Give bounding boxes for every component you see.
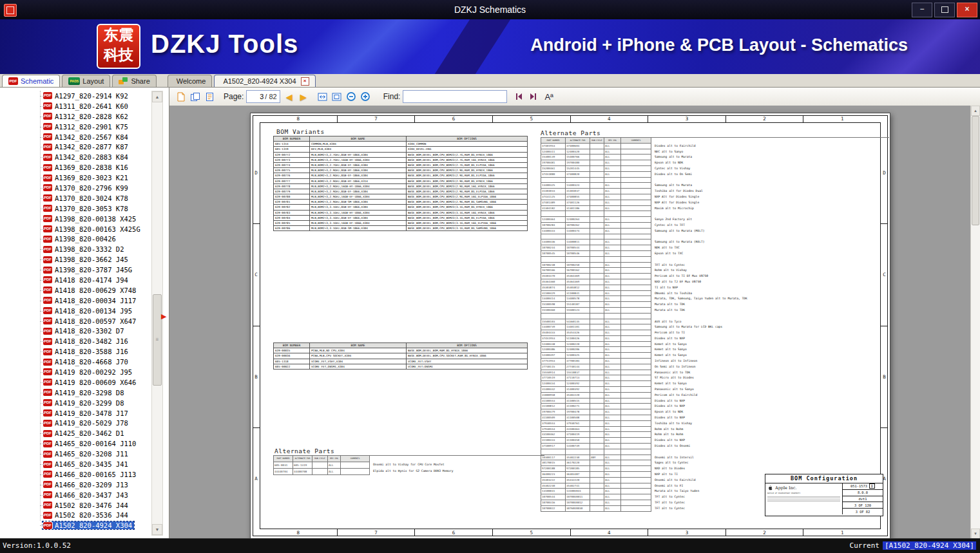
zone-label: 8 [260, 115, 337, 122]
minimize-button[interactable]: − [912, 3, 932, 17]
sidebar-item[interactable]: PDF A1398_820-3662 J45 [0, 254, 151, 265]
sidebar-item[interactable]: PDF A1312_820-2828 K62 [0, 111, 151, 122]
fit-width-button[interactable] [316, 89, 329, 104]
sidebar-item[interactable]: PDF A1418_820-4668 J70 [0, 357, 151, 367]
document-canvas[interactable]: 87654321 87654321 DCBA DCBA BOM Variants… [169, 106, 971, 539]
sidebar-item[interactable]: PDF A1418_820-00597 X647 [0, 316, 151, 326]
sidebar-item-label: A1418_820-3588 J16 [55, 348, 128, 355]
tab-layout[interactable]: PADS Layout [62, 75, 110, 87]
sidebar-item[interactable]: PDF A1398_820-3332 D2 [0, 244, 151, 254]
viewer-scrollbar[interactable]: ▲ ▼ [970, 106, 980, 539]
doc-tab-welcome[interactable]: Welcome [168, 75, 213, 87]
sidebar-item[interactable]: PDF A1425_820-3462 D1 [0, 428, 151, 438]
facing-pages-view-icon[interactable] [189, 89, 202, 104]
tab-close-icon[interactable]: × [301, 77, 309, 86]
sidebar-item[interactable]: PDF A1419_820-3298 D8 [0, 388, 151, 398]
column-header: BOM NUMBER [274, 343, 310, 348]
sidebar-item[interactable]: PDF A1342_820-2567 K84 [0, 132, 151, 142]
zoom-in-button[interactable] [359, 89, 372, 104]
sidebar-item[interactable]: PDF A1466_820-3437 J43 [0, 490, 151, 500]
find-previous-button[interactable] [512, 89, 525, 104]
sidebar-item[interactable]: PDF A1398_820-00426 [0, 234, 151, 244]
doc-tab-active[interactable]: A1502_820-4924 X304 × [214, 75, 315, 87]
sidebar-item[interactable]: PDF A1502_820-4924 X304 [0, 520, 151, 530]
zone-label: 7 [337, 115, 415, 122]
sidebar-item[interactable]: PDF A1465_820-3435 J41 [0, 459, 151, 469]
sidebar-item[interactable]: PDF A1419 820-00609 X646 [0, 377, 151, 388]
sidebar-item[interactable]: PDF A1370_820-2796 K99 [0, 183, 151, 193]
zoom-out-button[interactable] [345, 89, 358, 104]
next-page-button[interactable]: ▶ [297, 89, 310, 104]
find-next-button[interactable] [526, 89, 539, 104]
fit-page-button[interactable] [331, 89, 343, 104]
sidebar-item[interactable]: PDF A1418_820-00034 J117 [0, 295, 151, 306]
table-row: 15200461 15201445 ALL Cyntec alt to Vish… [541, 166, 889, 172]
sidebar-item[interactable]: PDF A1342_820-2883 K84 [0, 152, 151, 162]
page-input[interactable] [249, 93, 264, 100]
scroll-thumb[interactable] [972, 116, 979, 225]
sidebar-item[interactable]: PDF A1418 820-00629 X748 [0, 285, 151, 295]
find-input[interactable] [403, 93, 506, 100]
scroll-up-button[interactable]: ▲ [971, 106, 980, 116]
sidebar-item[interactable]: PDF A1311_820-2641 K60 [0, 101, 151, 111]
pdf-icon: PDF [43, 328, 52, 335]
table-row [541, 234, 889, 240]
pdf-icon: PDF [43, 164, 52, 171]
sidebar-item[interactable]: PDF A1419_820-5029 J78 [0, 418, 151, 429]
table-row: 16700166 16700162 ALL Rohm alt to Vishay [541, 268, 889, 274]
sidebar-item[interactable]: PDF A1398_820-00138 X425 [0, 214, 151, 224]
sidebar-item[interactable]: PDF A1502 820-3476 J44 [0, 500, 151, 511]
scroll-thumb[interactable]: ≡ [153, 294, 162, 386]
column-header: BOM NAME [310, 343, 407, 348]
sidebar-collapse-handle[interactable]: ▶ [161, 313, 166, 320]
pdf-icon: PDF [43, 123, 52, 130]
table-row: 13400739 13401101 ALL Samsung alt to Mur… [541, 324, 889, 330]
sidebar-item[interactable]: PDF A1419_820-3478 J17 [0, 408, 151, 418]
tab-label: A1502_820-4924 X304 [223, 77, 296, 85]
scroll-up-button[interactable]: ▲ [152, 91, 162, 102]
tab-schematic[interactable]: PDF Schematic [2, 75, 60, 87]
sidebar-item[interactable]: PDF A1502 820-3536 J44 [0, 511, 151, 521]
continuous-pages-view-icon[interactable] [203, 89, 216, 104]
table-row: 37431125 37400855 ALL NXP Alt for Diodes… [541, 194, 889, 200]
sidebar-item[interactable]: PDF A1369_820-2838 K16 [0, 162, 151, 173]
sidebar-item[interactable]: PDF A1398_820-3787 J45G [0, 265, 151, 275]
sidebar-item[interactable]: PDF A1418_820-3482 J16 [0, 336, 151, 346]
sidebar-item[interactable]: PDF A1418_820-3588 J16 [0, 346, 151, 357]
sidebar-item-label: A1418_820-3482 J16 [55, 337, 128, 345]
sidebar-item[interactable]: PDF A1419 820-00292 J95 [0, 367, 151, 377]
sidebar-item[interactable]: PDF A1465_820-00164 J110 [0, 438, 151, 449]
table-row: 639-00778 MLB,BOM2+3,2.9GHz,16GB-HY-1866… [274, 184, 528, 189]
sidebar-item[interactable]: PDF A1312_820-2901 K75 [0, 122, 151, 132]
sidebar-item[interactable]: PDF A1369_820-3023 K21 [0, 173, 151, 183]
table-row: 639-00786 MLB,BOM2+3,3.1GHz,8GB-SM-1866,… [274, 226, 528, 231]
sidebar-item[interactable]: PDF A1418_820-3302 D7 [0, 326, 151, 336]
sidebar-item[interactable]: PDF A1466_820-00165 J113 [0, 469, 151, 480]
scroll-down-button[interactable]: ▼ [152, 524, 162, 535]
tab-share[interactable]: Share [112, 75, 156, 87]
pdf-icon: PDF [43, 461, 52, 468]
sidebar-item[interactable]: PDF A1465_820-3208 J11 [0, 449, 151, 459]
table-row: 10700284 10700262 ALL Cyntec alt to TFT [541, 223, 889, 229]
sidebar-item[interactable]: PDF A1370_820-3024 K78 [0, 193, 151, 203]
sidebar-item[interactable]: PDF A1419_820-3299 D8 [0, 398, 151, 408]
text-size-button[interactable]: Aª [544, 92, 553, 102]
table-row: 97200188 97200185 ALL NXD alt to Diodes [541, 466, 889, 472]
sidebar-item[interactable]: PDF A1297_820-2914 K92 [0, 91, 151, 101]
maximize-button[interactable] [934, 3, 955, 17]
zone-label: 1 [803, 529, 881, 536]
sidebar-item[interactable]: PDF A1418_820-00134 J95 [0, 306, 151, 316]
version-text: Version:1.0.0.52 [3, 541, 71, 550]
sidebar-item[interactable]: PDF A1418 820-4174 J94 [0, 275, 151, 285]
close-button[interactable]: × [957, 3, 977, 17]
pdf-icon: PDF [43, 420, 52, 427]
sidebar-item[interactable]: PDF A1398_820-00163 X425G [0, 224, 151, 234]
single-page-view-icon[interactable] [175, 89, 187, 104]
sidebar-item[interactable]: PDF A1342_820-2877 K87 [0, 142, 151, 152]
sidebar-item-label: A1312_820-2828 K62 [55, 113, 128, 120]
sidebar-item[interactable]: PDF A1466_820-3209 J13 [0, 480, 151, 490]
table-header-row: BOM NUMBER BOM NAME BOM OPTIONS [274, 343, 528, 348]
sidebar-item[interactable]: PDF A1370_820-3053 K78 [0, 203, 151, 214]
scroll-down-button[interactable]: ▼ [971, 529, 980, 539]
prev-page-button[interactable]: ◀ [283, 89, 296, 104]
